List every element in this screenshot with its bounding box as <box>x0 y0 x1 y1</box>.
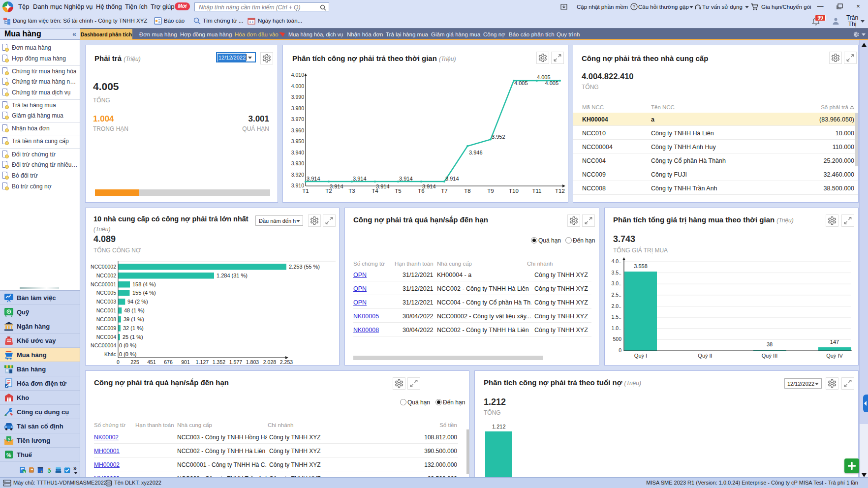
svg-text:901: 901 <box>181 359 190 365</box>
svg-text:Quý II: Quý II <box>698 353 712 359</box>
svg-text:3.914: 3.914 <box>445 176 459 182</box>
svg-text:2.0..: 2.0.. <box>612 303 621 309</box>
svg-text:2.253 (55 %): 2.253 (55 %) <box>289 264 320 270</box>
svg-text:NCC009: NCC009 <box>96 325 116 331</box>
svg-text:500: 500 <box>613 336 621 342</box>
svg-text:1.352: 1.352 <box>213 359 225 365</box>
svg-text:NCC003: NCC003 <box>96 299 116 305</box>
svg-text:3.960: 3.960 <box>291 127 304 133</box>
svg-text:T4: T4 <box>372 188 378 194</box>
svg-text:T5: T5 <box>395 188 401 194</box>
svg-text:3.940: 3.940 <box>291 150 304 155</box>
svg-text:NCC00001: NCC00001 <box>91 281 116 287</box>
svg-text:T1: T1 <box>302 188 309 194</box>
svg-text:451: 451 <box>147 359 156 365</box>
svg-text:4.005: 4.005 <box>545 80 558 86</box>
svg-text:1.803: 1.803 <box>246 359 259 365</box>
svg-text:0 (0 %): 0 (0 %) <box>119 351 136 357</box>
svg-text:0 (0 %): 0 (0 %) <box>119 342 136 348</box>
svg-text:NCC004: NCC004 <box>96 334 116 340</box>
svg-text:3.914: 3.914 <box>353 176 367 182</box>
svg-text:4.000: 4.000 <box>291 83 304 89</box>
svg-text:T6: T6 <box>418 188 424 194</box>
svg-text:1.5..: 1.5.. <box>612 314 621 320</box>
svg-text:1.284 (31 %): 1.284 (31 %) <box>217 273 248 278</box>
svg-text:676: 676 <box>164 359 173 365</box>
svg-text:2.253: 2.253 <box>280 359 293 365</box>
svg-text:94 (2 %): 94 (2 %) <box>127 299 148 305</box>
svg-text:3.558: 3.558 <box>634 263 648 269</box>
svg-text:0: 0 <box>117 359 120 365</box>
svg-text:T12: T12 <box>555 188 565 194</box>
svg-text:225: 225 <box>130 359 139 365</box>
svg-text:T11: T11 <box>532 188 542 194</box>
svg-text:4.010: 4.010 <box>291 72 304 78</box>
svg-text:T8: T8 <box>464 188 470 194</box>
svg-text:25 (1 %): 25 (1 %) <box>123 334 143 340</box>
svg-text:3.970: 3.970 <box>291 116 304 122</box>
svg-text:T10: T10 <box>509 188 519 194</box>
svg-text:2.028: 2.028 <box>263 359 276 365</box>
svg-text:3.952: 3.952 <box>492 134 505 140</box>
svg-text:3.914: 3.914 <box>399 176 413 182</box>
svg-text:3.946: 3.946 <box>469 150 483 155</box>
svg-text:4.005: 4.005 <box>514 80 528 86</box>
svg-text:39 (1 %): 39 (1 %) <box>124 316 144 322</box>
svg-text:T3: T3 <box>348 188 355 194</box>
svg-text:3.0..: 3.0.. <box>612 280 621 286</box>
svg-text:3.930: 3.930 <box>291 160 304 166</box>
svg-text:3.920: 3.920 <box>291 172 304 178</box>
svg-text:0: 0 <box>619 347 621 353</box>
svg-text:4.005: 4.005 <box>537 74 551 80</box>
svg-text:NCC008: NCC008 <box>96 316 116 322</box>
svg-text:Quý I: Quý I <box>634 353 647 359</box>
svg-text:T7: T7 <box>441 188 447 194</box>
svg-text:1.127: 1.127 <box>196 359 209 365</box>
svg-text:1.577: 1.577 <box>229 359 242 365</box>
svg-text:?: ? <box>633 4 635 9</box>
svg-text:48 (1 %): 48 (1 %) <box>124 307 145 313</box>
svg-text:NCC00004: NCC00004 <box>91 342 116 348</box>
svg-text:3.5..: 3.5.. <box>612 270 621 275</box>
svg-text:%: % <box>6 452 11 458</box>
svg-text:T9: T9 <box>487 188 494 194</box>
svg-text:3.980: 3.980 <box>291 105 304 111</box>
svg-text:NCC002: NCC002 <box>96 273 116 278</box>
svg-text:32 (1 %): 32 (1 %) <box>123 325 144 331</box>
svg-text:158 (4 %): 158 (4 %) <box>132 281 156 287</box>
svg-text:2.5..: 2.5.. <box>612 292 621 298</box>
svg-text:Khác: Khác <box>104 351 116 357</box>
svg-text:NCC005: NCC005 <box>96 290 116 296</box>
svg-text:38: 38 <box>767 341 773 347</box>
svg-text:Quý IV: Quý IV <box>826 353 843 359</box>
svg-text:T2: T2 <box>325 188 332 194</box>
svg-text:$: $ <box>23 470 25 473</box>
svg-text:NCC00002: NCC00002 <box>91 264 116 270</box>
svg-text:3.990: 3.990 <box>291 94 304 100</box>
svg-text:Quý III: Quý III <box>762 353 777 359</box>
svg-text:147: 147 <box>830 339 839 345</box>
svg-text:1.0..: 1.0.. <box>612 325 621 331</box>
svg-text:3.914: 3.914 <box>307 176 320 182</box>
svg-text:$: $ <box>8 437 10 441</box>
svg-text:S: S <box>48 469 50 472</box>
svg-text:4.0..: 4.0.. <box>612 258 621 264</box>
svg-text:155 (4 %): 155 (4 %) <box>132 290 156 296</box>
svg-text:NCC001: NCC001 <box>96 307 116 313</box>
svg-text:3.950: 3.950 <box>291 138 304 144</box>
